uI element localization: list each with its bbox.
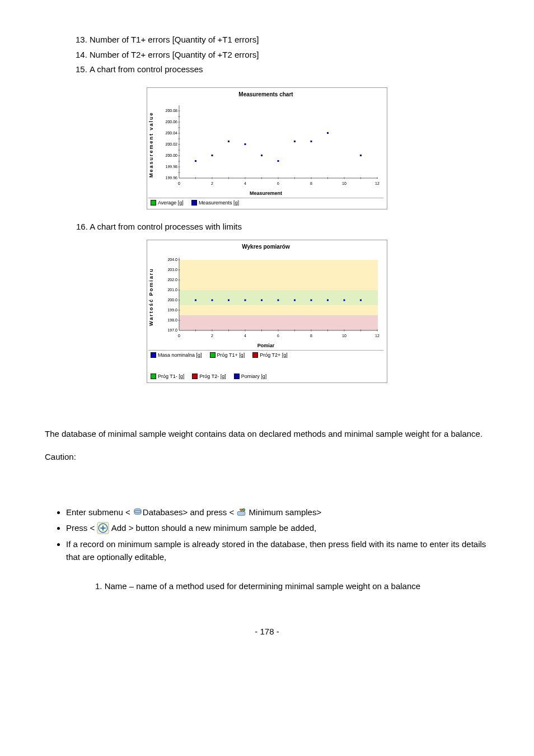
svg-text:10: 10 (342, 334, 346, 338)
svg-rect-95 (278, 300, 279, 301)
svg-text:198.0: 198.0 (167, 318, 177, 322)
bullet-list: Enter submenu < Databases> and press < M… (45, 506, 489, 564)
chart1-xlabel: Measurement (148, 190, 383, 196)
svg-text:6: 6 (277, 334, 279, 338)
bullet-item: Enter submenu < Databases> and press < M… (66, 506, 489, 519)
svg-rect-50 (179, 260, 378, 290)
page-number: - 178 - (45, 627, 489, 636)
bullet-text: Databases> and press < (143, 507, 237, 517)
legend-label: Próg T1- [g] (158, 374, 184, 379)
svg-rect-98 (327, 300, 329, 301)
svg-text:4: 4 (244, 181, 246, 185)
list-text: Number of T2+ errors [Quantity of +T2 er… (90, 50, 259, 59)
chart1-legend: Average [g] Measurements [g] (148, 198, 383, 207)
chart2-ylabel: Wartość Pomiaru (148, 252, 154, 342)
bullet-text: Add > button should a new minimum sample… (109, 523, 316, 533)
list-item-16: 16. A chart from control processes with … (45, 221, 489, 234)
minimum-samples-icon (236, 507, 246, 517)
svg-text:197.0: 197.0 (167, 328, 177, 332)
chart-2-container: Wykres pomiarów Wartość Pomiaru 197.0 19… (45, 240, 489, 383)
bullet-text: Minimum samples> (246, 507, 321, 517)
svg-rect-44 (261, 155, 263, 156)
svg-text:0: 0 (178, 334, 180, 338)
svg-text:0: 0 (178, 181, 180, 185)
list-item: Number of T1+ errors [Quantity of +T1 er… (90, 34, 489, 46)
svg-text:203.0: 203.0 (167, 268, 177, 272)
svg-rect-91 (212, 300, 213, 301)
chart-1-container: Measurements chart Measurement value 199… (45, 87, 489, 209)
legend-item: Measurements [g] (191, 200, 239, 206)
chart1-ylabel: Measurement value (148, 100, 154, 189)
svg-rect-94 (261, 300, 263, 301)
svg-text:200.02: 200.02 (166, 142, 178, 146)
legend-label: Próg T2+ [g] (260, 352, 288, 358)
svg-text:200.00: 200.00 (166, 153, 178, 157)
legend-item: Average [g] (151, 200, 184, 206)
svg-text:199.98: 199.98 (166, 165, 178, 169)
svg-rect-53 (179, 315, 378, 330)
chart1-title: Measurements chart (148, 91, 383, 97)
legend-label: Próg T2- [g] (199, 374, 226, 379)
svg-text:204.0: 204.0 (167, 258, 177, 262)
chart1-plot: 199.96 199.98 200.00 200.02 200.04 200.0… (154, 100, 383, 189)
svg-text:12: 12 (375, 334, 380, 338)
svg-rect-52 (179, 305, 378, 315)
svg-rect-99 (344, 300, 345, 301)
chart2-plot: 197.0 198.0 199.0 200.0 201.0 202.0 203.… (154, 252, 383, 342)
sub-item: 1. Name – name of a method used for dete… (95, 580, 489, 593)
svg-rect-42 (228, 141, 229, 142)
svg-rect-100 (360, 300, 362, 301)
legend-label: Masa nominalna [g] (158, 352, 202, 358)
svg-rect-51 (179, 290, 378, 305)
svg-rect-90 (195, 300, 196, 301)
swatch-blue (191, 200, 197, 206)
swatch-green (151, 200, 156, 206)
svg-text:200.06: 200.06 (166, 120, 178, 124)
svg-rect-92 (228, 300, 229, 301)
svg-rect-93 (245, 300, 246, 301)
list-item: Number of T2+ errors [Quantity of +T2 er… (90, 49, 489, 62)
svg-text:10: 10 (342, 181, 346, 185)
list-text: Number of T1+ errors [Quantity of +T1 er… (90, 35, 259, 44)
add-icon (97, 522, 109, 534)
caution-label: Caution: (45, 452, 489, 461)
legend-label: Pomiary [g] (241, 374, 267, 379)
legend-label: Average [g] (158, 200, 184, 206)
svg-text:2: 2 (211, 334, 213, 338)
svg-text:201.0: 201.0 (167, 288, 177, 292)
chart2-legend: Masa nominalna [g] Próg T1+ [g] Próg T2+… (148, 350, 383, 380)
list-item: A chart from control processes (90, 63, 489, 76)
bullet-text: Press < (66, 523, 97, 533)
bullet-text: Enter submenu < (66, 507, 133, 517)
svg-rect-40 (195, 160, 196, 162)
svg-text:6: 6 (277, 181, 279, 185)
svg-rect-45 (278, 160, 279, 162)
svg-rect-49 (360, 155, 362, 156)
svg-text:200.04: 200.04 (166, 131, 178, 135)
svg-rect-41 (212, 155, 213, 156)
bullet-text: If a record on minimum sample is already… (66, 539, 486, 562)
svg-text:8: 8 (310, 334, 312, 338)
chart2-title: Wykres pomiarów (148, 244, 383, 250)
databases-icon (133, 507, 143, 517)
svg-text:4: 4 (244, 334, 246, 338)
sub-list: 1. Name – name of a method used for dete… (45, 580, 489, 593)
legend-label: Próg T1+ [g] (217, 352, 245, 358)
svg-text:202.0: 202.0 (167, 278, 177, 282)
svg-rect-96 (294, 300, 296, 301)
chart2-xlabel: Pomiar (148, 343, 383, 348)
svg-rect-43 (245, 143, 246, 145)
numbered-list: Number of T1+ errors [Quantity of +T1 er… (45, 34, 489, 76)
svg-rect-48 (327, 132, 329, 134)
svg-text:8: 8 (310, 181, 312, 185)
bullet-item: Press < Add > button should a new minimu… (66, 522, 489, 535)
svg-text:12: 12 (375, 181, 380, 185)
svg-rect-97 (311, 300, 312, 301)
svg-text:199.96: 199.96 (166, 176, 178, 180)
svg-text:199.0: 199.0 (167, 308, 177, 312)
svg-text:200.08: 200.08 (166, 109, 178, 113)
paragraph-database: The database of minimal sample weight co… (45, 428, 489, 441)
svg-text:2: 2 (211, 181, 213, 185)
legend-label: Measurements [g] (199, 200, 239, 206)
svg-rect-47 (311, 141, 312, 142)
